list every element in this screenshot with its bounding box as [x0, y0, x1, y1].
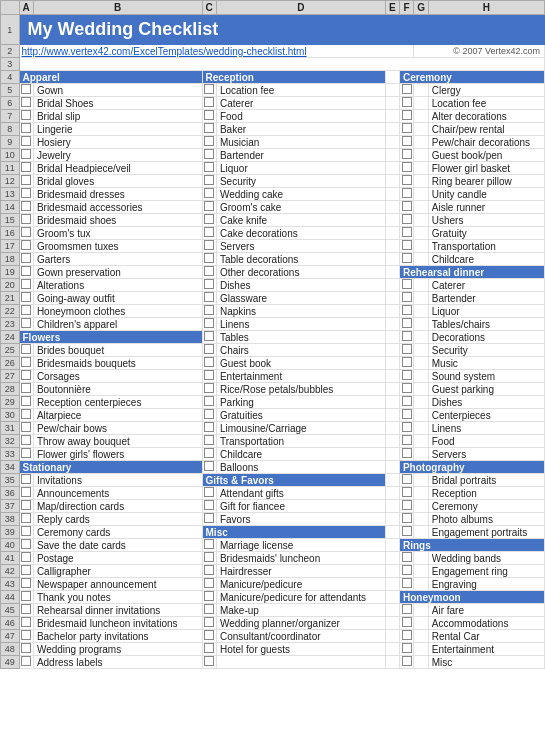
cb-mid-48[interactable]	[202, 643, 216, 656]
cb-left-18[interactable]	[19, 253, 33, 266]
cb-right1-11[interactable]	[399, 162, 413, 175]
cb-mid-31[interactable]	[202, 422, 216, 435]
cb-right1-47[interactable]	[399, 630, 413, 643]
cb-mid-34[interactable]	[202, 461, 216, 474]
cb-right1-30[interactable]	[399, 409, 413, 422]
cb-left-30[interactable]	[19, 409, 33, 422]
cb-right1-15[interactable]	[399, 214, 413, 227]
cb-mid-17[interactable]	[202, 240, 216, 253]
cb-left-38[interactable]	[19, 513, 33, 526]
cb-left-27[interactable]	[19, 370, 33, 383]
cb-mid-10[interactable]	[202, 149, 216, 162]
cb-mid-32[interactable]	[202, 435, 216, 448]
cb-right1-16[interactable]	[399, 227, 413, 240]
cb-left-16[interactable]	[19, 227, 33, 240]
cb-mid-24[interactable]	[202, 331, 216, 344]
cb-right1-43[interactable]	[399, 578, 413, 591]
cb-right1-37[interactable]	[399, 500, 413, 513]
cb-left-32[interactable]	[19, 435, 33, 448]
cb-right1-13[interactable]	[399, 188, 413, 201]
cb-right1-45[interactable]	[399, 604, 413, 617]
cb-mid-26[interactable]	[202, 357, 216, 370]
cb-right1-41[interactable]	[399, 552, 413, 565]
cb-right1-46[interactable]	[399, 617, 413, 630]
cb-mid-21[interactable]	[202, 292, 216, 305]
cb-right1-26[interactable]	[399, 357, 413, 370]
cb-left-21[interactable]	[19, 292, 33, 305]
cb-right1-18[interactable]	[399, 253, 413, 266]
cb-mid-6[interactable]	[202, 97, 216, 110]
cb-mid-40[interactable]	[202, 539, 216, 552]
cb-left-40[interactable]	[19, 539, 33, 552]
cb-mid-29[interactable]	[202, 396, 216, 409]
cb-left-6[interactable]	[19, 97, 33, 110]
cb-right1-31[interactable]	[399, 422, 413, 435]
cb-left-5[interactable]	[19, 84, 33, 97]
cb-left-10[interactable]	[19, 149, 33, 162]
cb-right1-6[interactable]	[399, 97, 413, 110]
cb-left-39[interactable]	[19, 526, 33, 539]
cb-mid-11[interactable]	[202, 162, 216, 175]
cb-left-26[interactable]	[19, 357, 33, 370]
cb-mid-45[interactable]	[202, 604, 216, 617]
cb-left-29[interactable]	[19, 396, 33, 409]
cb-left-36[interactable]	[19, 487, 33, 500]
cb-mid-28[interactable]	[202, 383, 216, 396]
cb-mid-9[interactable]	[202, 136, 216, 149]
cb-right1-24[interactable]	[399, 331, 413, 344]
cb-mid-13[interactable]	[202, 188, 216, 201]
cb-left-9[interactable]	[19, 136, 33, 149]
cb-left-45[interactable]	[19, 604, 33, 617]
cb-mid-36[interactable]	[202, 487, 216, 500]
cb-right1-23[interactable]	[399, 318, 413, 331]
cb-mid-42[interactable]	[202, 565, 216, 578]
cb-mid-37[interactable]	[202, 500, 216, 513]
cb-right1-27[interactable]	[399, 370, 413, 383]
cb-mid-46[interactable]	[202, 617, 216, 630]
cb-right1-25[interactable]	[399, 344, 413, 357]
cb-mid-14[interactable]	[202, 201, 216, 214]
cb-right1-29[interactable]	[399, 396, 413, 409]
cb-left-31[interactable]	[19, 422, 33, 435]
cb-left-8[interactable]	[19, 123, 33, 136]
cb-mid-44[interactable]	[202, 591, 216, 604]
cb-right1-20[interactable]	[399, 279, 413, 292]
cb-right1-38[interactable]	[399, 513, 413, 526]
cb-right1-5[interactable]	[399, 84, 413, 97]
cb-mid-8[interactable]	[202, 123, 216, 136]
cb-left-43[interactable]	[19, 578, 33, 591]
cb-left-41[interactable]	[19, 552, 33, 565]
cb-mid-18[interactable]	[202, 253, 216, 266]
cb-left-11[interactable]	[19, 162, 33, 175]
cb-right1-17[interactable]	[399, 240, 413, 253]
cb-mid-30[interactable]	[202, 409, 216, 422]
cb-mid-33[interactable]	[202, 448, 216, 461]
cb-left-12[interactable]	[19, 175, 33, 188]
cb-mid-27[interactable]	[202, 370, 216, 383]
cb-mid-15[interactable]	[202, 214, 216, 227]
cb-right1-33[interactable]	[399, 448, 413, 461]
cb-left-35[interactable]	[19, 474, 33, 487]
cb-right1-48[interactable]	[399, 643, 413, 656]
cb-left-42[interactable]	[19, 565, 33, 578]
cb-right1-10[interactable]	[399, 149, 413, 162]
cb-mid-16[interactable]	[202, 227, 216, 240]
cb-mid-7[interactable]	[202, 110, 216, 123]
cb-right1-8[interactable]	[399, 123, 413, 136]
cb-mid-25[interactable]	[202, 344, 216, 357]
cb-right1-32[interactable]	[399, 435, 413, 448]
url-cell[interactable]: http://www.vertex42.com/ExcelTemplates/w…	[19, 45, 414, 58]
cb-right1-9[interactable]	[399, 136, 413, 149]
cb-left-49[interactable]	[19, 656, 33, 669]
cb-right1-39[interactable]	[399, 526, 413, 539]
cb-right1-28[interactable]	[399, 383, 413, 396]
cb-left-7[interactable]	[19, 110, 33, 123]
cb-mid-20[interactable]	[202, 279, 216, 292]
cb-mid-23[interactable]	[202, 318, 216, 331]
cb-left-33[interactable]	[19, 448, 33, 461]
cb-mid-41[interactable]	[202, 552, 216, 565]
cb-mid-5[interactable]	[202, 84, 216, 97]
cb-left-17[interactable]	[19, 240, 33, 253]
cb-left-20[interactable]	[19, 279, 33, 292]
cb-mid-12[interactable]	[202, 175, 216, 188]
